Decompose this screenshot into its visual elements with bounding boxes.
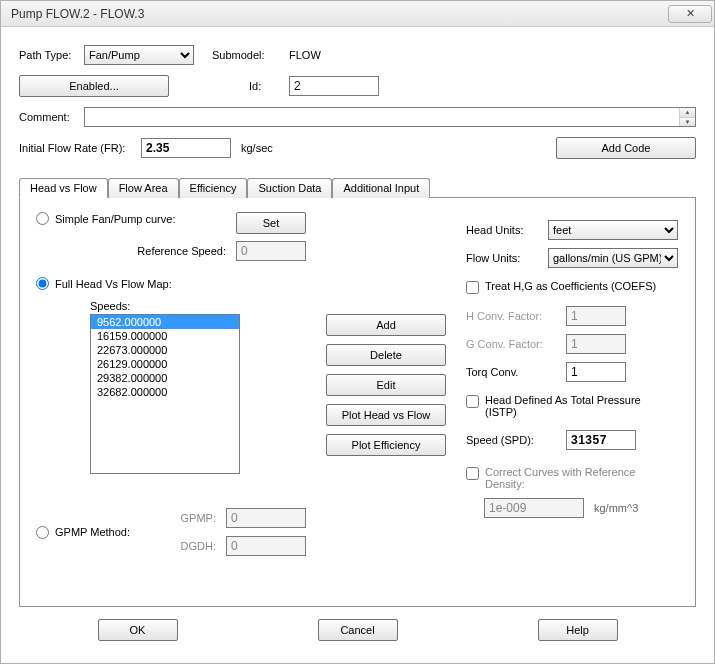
gpmp-row: GPMP Method: GPMP: DGDH: (36, 508, 306, 556)
window-title: Pump FLOW.2 - FLOW.3 (11, 7, 668, 21)
refspeed-row: Reference Speed: (36, 241, 306, 261)
gpmp-label: GPMP: (166, 512, 216, 524)
help-button[interactable]: Help (538, 619, 618, 641)
simple-curve-radio[interactable] (36, 212, 49, 225)
id-label: Id: (249, 80, 289, 92)
close-button[interactable]: ✕ (668, 5, 712, 23)
treat-coefs-checkbox[interactable] (466, 281, 479, 294)
gpmp-radio[interactable] (36, 526, 49, 539)
gconv-label: G Conv. Factor: (466, 338, 566, 350)
fullmap-label: Full Head Vs Flow Map: (55, 278, 172, 290)
spin-up-icon[interactable]: ▲ (680, 108, 695, 118)
head-total-label: Head Defined As Total Pressure (ISTP) (485, 394, 665, 418)
refspeed-field (236, 241, 306, 261)
tab-panel: Simple Fan/Pump curve: Set Reference Spe… (19, 198, 696, 607)
row-flowrate: Initial Flow Rate (FR): kg/sec Add Code (19, 137, 696, 159)
tab-suction-data[interactable]: Suction Data (247, 178, 332, 198)
head-units-label: Head Units: (466, 224, 548, 236)
comment-spin: ▲ ▼ (679, 108, 695, 126)
add-code-button[interactable]: Add Code (556, 137, 696, 159)
dialog-content: Path Type: Fan/Pump Submodel: FLOW Enabl… (1, 27, 714, 663)
cancel-button[interactable]: Cancel (318, 619, 398, 641)
list-item[interactable]: 9562.000000 (91, 315, 239, 329)
flowrate-unit: kg/sec (241, 142, 273, 154)
submodel-value: FLOW (289, 49, 321, 61)
flow-units-select[interactable]: gallons/min (US GPM) (548, 248, 678, 268)
list-item[interactable]: 26129.000000 (91, 357, 239, 371)
dialog-buttons: OK Cancel Help (19, 607, 696, 655)
dgdh-field (226, 536, 306, 556)
ok-button[interactable]: OK (98, 619, 178, 641)
correct-dens-label: Correct Curves with Reference Density: (485, 466, 675, 490)
hconv-field (566, 306, 626, 326)
list-item[interactable]: 16159.000000 (91, 329, 239, 343)
row-enabled: Enabled... Id: (19, 75, 696, 97)
speed-spd-field[interactable] (566, 430, 636, 450)
correct-dens-checkbox[interactable] (466, 467, 479, 480)
speeds-label: Speeds: (90, 300, 306, 312)
speeds-listbox[interactable]: 9562.000000 16159.000000 22673.000000 26… (90, 314, 240, 474)
dialog-window: Pump FLOW.2 - FLOW.3 ✕ Path Type: Fan/Pu… (0, 0, 715, 664)
simple-curve-label: Simple Fan/Pump curve: (55, 213, 175, 225)
torqconv-field[interactable] (566, 362, 626, 382)
speed-spd-label: Speed (SPD): (466, 434, 566, 446)
correct-dens-unit: kg/mm^3 (594, 502, 638, 514)
dgdh-label: DGDH: (166, 540, 216, 552)
head-units-select[interactable]: feet (548, 220, 678, 240)
fullmap-radio[interactable] (36, 277, 49, 290)
titlebar: Pump FLOW.2 - FLOW.3 ✕ (1, 1, 714, 27)
flowrate-field[interactable] (141, 138, 231, 158)
panel-grid: Simple Fan/Pump curve: Set Reference Spe… (36, 212, 679, 556)
correct-dens-field (484, 498, 584, 518)
enabled-button[interactable]: Enabled... (19, 75, 169, 97)
id-field[interactable] (289, 76, 379, 96)
tab-flow-area[interactable]: Flow Area (108, 178, 179, 198)
edit-button[interactable]: Edit (326, 374, 446, 396)
gconv-field (566, 334, 626, 354)
flow-units-label: Flow Units: (466, 252, 548, 264)
row-pathtype: Path Type: Fan/Pump Submodel: FLOW (19, 45, 696, 65)
fullmap-row: Full Head Vs Flow Map: (36, 277, 306, 290)
panel-left: Simple Fan/Pump curve: Set Reference Spe… (36, 212, 306, 556)
head-total-checkbox[interactable] (466, 395, 479, 408)
comment-wrap: ▲ ▼ (84, 107, 696, 127)
comment-label: Comment: (19, 111, 84, 123)
close-icon: ✕ (686, 7, 695, 20)
tab-head-vs-flow[interactable]: Head vs Flow (19, 178, 108, 198)
plot-head-flow-button[interactable]: Plot Head vs Flow (326, 404, 446, 426)
gpmp-method-label: GPMP Method: (55, 526, 130, 538)
pathtype-label: Path Type: (19, 49, 84, 61)
flowrate-label: Initial Flow Rate (FR): (19, 142, 141, 154)
pathtype-select[interactable]: Fan/Pump (84, 45, 194, 65)
refspeed-label: Reference Speed: (36, 245, 226, 257)
delete-button[interactable]: Delete (326, 344, 446, 366)
submodel-label: Submodel: (212, 49, 277, 61)
tabstrip: Head vs Flow Flow Area Efficiency Suctio… (19, 177, 696, 198)
treat-coefs-label: Treat H,G as Coefficients (COEFS) (485, 280, 656, 292)
add-button[interactable]: Add (326, 314, 446, 336)
panel-mid: Add Delete Edit Plot Head vs Flow Plot E… (326, 212, 446, 556)
simple-curve-row: Simple Fan/Pump curve: (36, 212, 236, 225)
plot-efficiency-button[interactable]: Plot Efficiency (326, 434, 446, 456)
tab-additional-input[interactable]: Additional Input (332, 178, 430, 198)
torqconv-label: Torq Conv. (466, 366, 566, 378)
spin-down-icon[interactable]: ▼ (680, 118, 695, 127)
list-item[interactable]: 32682.000000 (91, 385, 239, 399)
gpmp-field (226, 508, 306, 528)
list-item[interactable]: 22673.000000 (91, 343, 239, 357)
list-item[interactable]: 29382.000000 (91, 371, 239, 385)
hconv-label: H Conv. Factor: (466, 310, 566, 322)
row-comment: Comment: ▲ ▼ (19, 107, 696, 127)
comment-field[interactable] (85, 108, 679, 126)
set-button[interactable]: Set (236, 212, 306, 234)
tab-efficiency[interactable]: Efficiency (179, 178, 248, 198)
panel-right: Head Units: feet Flow Units: gallons/min… (466, 212, 679, 556)
